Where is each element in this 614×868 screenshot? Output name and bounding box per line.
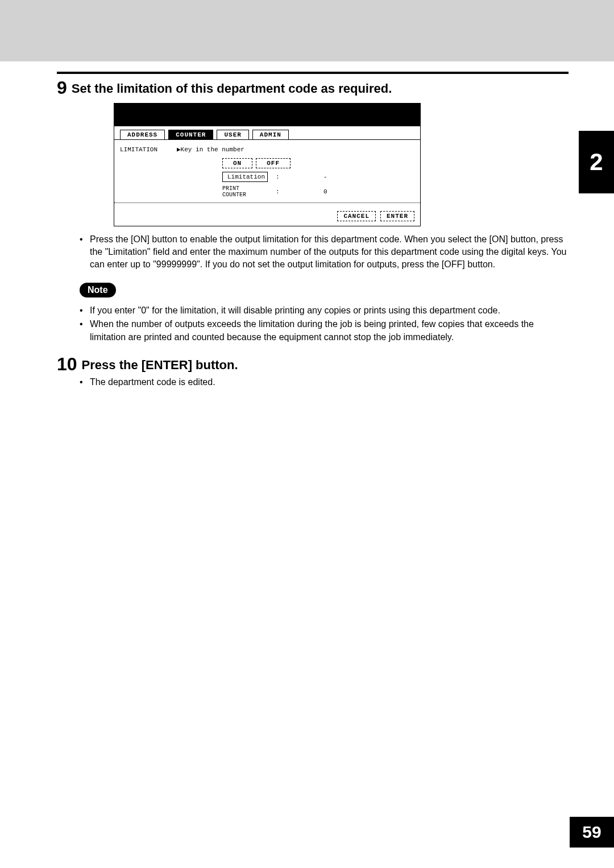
top-rule [57, 72, 569, 74]
limitation-row-label: LIMITATION [120, 146, 177, 153]
device-screenshot: ADDRESS COUNTER USER ADMIN LIMITATION ▶K… [114, 103, 421, 226]
step-title: Press the [ENTER] button. [82, 355, 238, 374]
tab-admin[interactable]: ADMIN [252, 130, 289, 139]
print-counter-value: 0 [288, 188, 327, 195]
step-number: 10 [57, 355, 77, 373]
enter-button[interactable]: ENTER [380, 211, 414, 221]
step-10: 10 Press the [ENTER] button. [57, 355, 569, 374]
on-button[interactable]: ON [222, 158, 252, 168]
page-content: 9 Set the limitation of this department … [57, 72, 569, 390]
step-title: Set the limitation of this department co… [72, 78, 392, 97]
tab-counter[interactable]: COUNTER [168, 130, 213, 139]
step-9: 9 Set the limitation of this department … [57, 78, 569, 97]
screenshot-header-bar [114, 104, 420, 126]
note-bullet-2: When the number of outputs exceeds the l… [80, 318, 569, 344]
off-button[interactable]: OFF [256, 158, 291, 168]
cancel-button[interactable]: CANCEL [337, 211, 376, 221]
print-counter-label: PRINT COUNTER [222, 185, 268, 198]
step9-body: Press the [ON] button to enable the outp… [80, 233, 569, 271]
tab-address[interactable]: ADDRESS [120, 130, 165, 139]
note-body: If you enter "0" for the limitation, it … [80, 304, 569, 344]
limitation-field[interactable]: Limitation [222, 172, 268, 182]
step10-bullet: The department code is edited. [80, 376, 569, 388]
page-number: 59 [570, 817, 614, 848]
note-badge: Note [80, 283, 116, 297]
tab-user[interactable]: USER [217, 130, 248, 139]
screenshot-tabs: ADDRESS COUNTER USER ADMIN [114, 126, 420, 139]
step10-body: The department code is edited. [80, 376, 569, 388]
chapter-tab: 2 [579, 131, 614, 193]
key-in-hint: ▶Key in the number [177, 146, 244, 153]
limitation-value: - [288, 173, 327, 180]
step9-bullet: Press the [ON] button to enable the outp… [80, 233, 569, 271]
note-bullet-1: If you enter "0" for the limitation, it … [80, 304, 569, 317]
top-banner [0, 0, 614, 61]
screenshot-body: LIMITATION ▶Key in the number ON OFF Lim… [114, 139, 420, 211]
step-number: 9 [57, 78, 67, 97]
